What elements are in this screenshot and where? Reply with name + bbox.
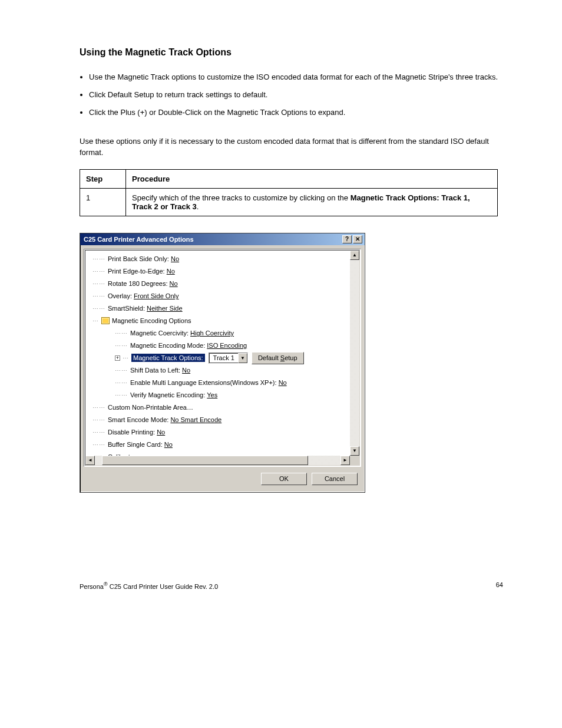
option-label: Print Back Side Only: [108,255,169,262]
tree-connector-icon: ⋯⋯ [115,367,128,374]
tree-connector-icon: ⋯ [92,318,99,324]
combo-value: Track 1 [209,353,238,363]
tree-item-track-options[interactable]: + ⋯ Magnetic Track Options: Track 1 ▼ De… [87,352,349,364]
tree-item-print-edge[interactable]: ⋯⋯ Print Edge-to-Edge: No [87,265,349,278]
table-header-procedure: Procedure [126,169,498,188]
table-cell-step: 1 [80,188,126,216]
tree-item-shift-data[interactable]: ⋯⋯ Shift Data to Left: No [87,364,349,377]
expand-icon[interactable]: + [115,355,120,361]
selected-option-label[interactable]: Magnetic Track Options: [131,354,205,362]
dialog-titlebar[interactable]: C25 Card Printer Advanced Options ? ✕ [80,233,365,245]
key-icon [101,317,110,324]
bullet-list: Use the Magnetic Track options to custom… [80,68,503,121]
dialog-button-row: OK Cancel [84,467,361,489]
table-header-step: Step [80,169,126,188]
option-value[interactable]: Yes [207,391,217,398]
scrollbar-track[interactable] [95,456,340,465]
tree-connector-icon: ⋯⋯ [92,404,105,411]
option-label: Custom Non-Printable Area… [108,404,193,411]
advanced-options-dialog: C25 Card Printer Advanced Options ? ✕ ⋯⋯… [80,233,365,493]
option-label: Magnetic Coercivity: [130,330,189,337]
close-button[interactable]: ✕ [353,235,362,243]
tree-item-custom-area[interactable]: ⋯⋯ Custom Non-Printable Area… [87,401,349,414]
tree-item-disable-printing[interactable]: ⋯⋯ Disable Printing: No [87,426,349,439]
option-value[interactable]: No [182,367,190,374]
option-value[interactable]: Front Side Only [134,292,178,299]
option-value[interactable]: No [157,429,165,436]
tree-connector-icon: ⋯⋯ [92,256,105,262]
option-label: Disable Printing: [108,429,155,436]
tree-item-multilang[interactable]: ⋯⋯ Enable Multi Language Extensions(Wind… [87,377,349,389]
option-value[interactable]: No [171,255,179,262]
scroll-down-button[interactable]: ▼ [350,446,359,456]
option-value[interactable]: Neither Side [147,305,183,312]
tree-connector-icon: ⋯⋯ [115,380,128,386]
option-label: Magnetic Encoding Options [112,317,191,324]
option-value[interactable]: No [167,268,175,275]
footer-product: Persona [80,582,104,589]
option-value[interactable]: No [279,379,287,386]
option-label: Enable Multi Language Extensions(Windows… [130,379,277,386]
option-label: Smart Encode Mode: [108,416,168,423]
tree-connector-icon: ⋯⋯ [115,392,128,398]
option-value[interactable]: No [170,280,178,287]
footer-left: Persona® C25 Card Printer User Guide Rev… [80,581,218,590]
option-value[interactable]: No Smart Encode [170,416,222,423]
scrollbar-corner [350,456,359,465]
horizontal-scrollbar[interactable]: ◄ ► [85,456,350,465]
steps-table: Step Procedure 1 Specify which of the th… [80,169,498,216]
tree-item-calibrate[interactable]: ⋯⋯ Calibrate… [87,451,349,456]
option-label: Buffer Single Card: [108,441,163,448]
option-value[interactable]: No [164,441,173,448]
tree-connector-icon: ⋯⋯ [92,293,105,299]
procedure-text-c: . [197,202,199,211]
tree-item-smartshield[interactable]: ⋯⋯ SmartShield: Neither Side [87,302,349,315]
bullet-item: Click Default Setup to return track sett… [89,86,503,104]
bullet-item: Use the Magnetic Track options to custom… [89,68,503,86]
tree-item-magnetic-group[interactable]: ⋯ Magnetic Encoding Options [87,315,349,327]
vertical-scrollbar[interactable]: ▲ ▼ [350,251,359,456]
scrollbar-thumb[interactable] [102,456,308,465]
tree-item-smart-encode[interactable]: ⋯⋯ Smart Encode Mode: No Smart Encode [87,414,349,426]
scroll-left-button[interactable]: ◄ [85,456,95,465]
track-combo[interactable]: Track 1 ▼ [209,353,248,364]
option-value[interactable]: High Coercivity [190,330,234,337]
cancel-button[interactable]: Cancel [312,473,358,485]
button-hotkey: S [280,354,285,361]
tree-item-buffer[interactable]: ⋯⋯ Buffer Single Card: No [87,439,349,451]
procedure-text-a: Specify which of the three tracks to cus… [132,193,351,202]
tree-connector-icon: ⋯⋯ [92,305,105,312]
chevron-down-icon[interactable]: ▼ [238,353,247,363]
tree-connector-icon: ⋯⋯ [115,342,128,349]
tree-connector-icon: ⋯⋯ [92,442,105,448]
tree-item-rotate[interactable]: ⋯⋯ Rotate 180 Degrees: No [87,278,349,290]
scrollbar-track[interactable] [350,260,359,446]
tree-connector-icon: ⋯ [123,355,129,361]
options-tree: ⋯⋯ Print Back Side Only: No ⋯⋯ Print Edg… [84,249,361,467]
option-label: Overlay: [108,292,132,299]
tree-item-print-back[interactable]: ⋯⋯ Print Back Side Only: No [87,253,349,265]
tree-connector-icon: ⋯⋯ [92,268,105,275]
option-label: Rotate 180 Degrees: [108,280,168,287]
default-setup-button[interactable]: Default Setup [252,352,304,364]
tree-item-encoding-mode[interactable]: ⋯⋯ Magnetic Encoding Mode: ISO Encoding [87,340,349,352]
option-label: Print Edge-to-Edge: [108,268,165,275]
scroll-right-button[interactable]: ► [340,456,350,465]
scroll-up-button[interactable]: ▲ [350,251,359,260]
option-label: Verify Magnetic Encoding: [130,391,205,398]
registered-icon: ® [104,581,108,587]
page-number: 64 [496,581,503,590]
tree-item-verify[interactable]: ⋯⋯ Verify Magnetic Encoding: Yes [87,389,349,401]
option-value[interactable]: ISO Encoding [207,342,247,349]
page-footer: Persona® C25 Card Printer User Guide Rev… [80,575,503,590]
body-paragraph: Use these options only if it is necessar… [80,136,503,159]
tree-item-coercivity[interactable]: ⋯⋯ Magnetic Coercivity: High Coercivity [87,327,349,340]
tree-item-overlay[interactable]: ⋯⋯ Overlay: Front Side Only [87,290,349,302]
dialog-title: C25 Card Printer Advanced Options [84,236,341,243]
ok-button[interactable]: OK [261,473,307,485]
tree-connector-icon: ⋯⋯ [92,417,105,423]
help-button[interactable]: ? [342,235,352,243]
table-cell-procedure: Specify which of the three tracks to cus… [126,188,498,216]
option-label: SmartShield: [108,305,145,312]
option-label: Shift Data to Left: [130,367,180,374]
